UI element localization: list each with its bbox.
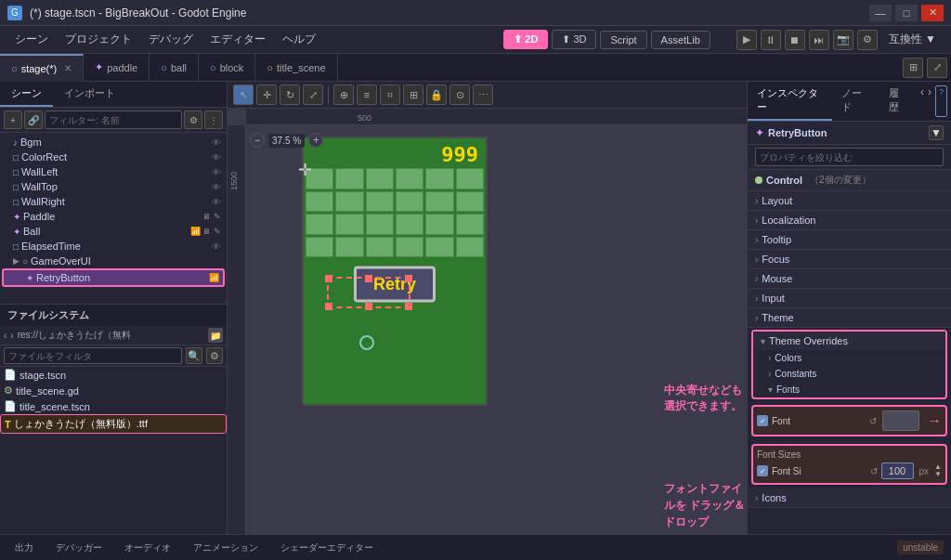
tab-title-scene[interactable]: ○ title_scene — [255, 54, 337, 82]
rotate-tool[interactable]: ↻ — [280, 85, 300, 105]
filter-search-icon[interactable]: 🔍 — [186, 347, 202, 364]
font-checkbox[interactable]: ✓ — [757, 415, 768, 426]
localization-header[interactable]: › Localization — [748, 211, 951, 229]
focus-header[interactable]: › Focus — [748, 250, 951, 268]
font-size-reset[interactable]: ↺ — [870, 466, 878, 476]
tab-paddle[interactable]: ✦ paddle — [84, 54, 150, 82]
walltop-visibility[interactable]: 👁 — [212, 182, 221, 192]
group-tool[interactable]: ⊙ — [449, 85, 470, 105]
node-wallleft[interactable]: □ WallLeft 👁 — [2, 164, 225, 179]
tooltip-header[interactable]: › Tooltip — [748, 230, 951, 249]
node-colorrect[interactable]: □ ColorRect 👁 — [2, 150, 225, 164]
file-font[interactable]: T しょかきうたげ（無料版）.ttf — [0, 414, 227, 434]
tab-import[interactable]: インポート — [53, 82, 126, 107]
file-title-gd[interactable]: ⚙ title_scene.gd — [0, 383, 227, 398]
colors-item[interactable]: › Colors — [753, 350, 945, 366]
pause-button[interactable]: ⏸ — [761, 30, 781, 50]
scene-more-button[interactable]: ⋮ — [204, 111, 223, 129]
inspector-doc[interactable]: ? — [935, 85, 947, 117]
menu-editor[interactable]: エディター — [202, 28, 273, 51]
mouse-header[interactable]: › Mouse — [748, 269, 951, 288]
handle-bm[interactable] — [365, 303, 372, 310]
scale-tool[interactable]: ⤢ — [303, 85, 323, 105]
filter-settings-icon[interactable]: ⚙ — [206, 347, 223, 364]
scene-search-input[interactable] — [45, 111, 182, 129]
handle-br[interactable] — [405, 303, 412, 310]
node-paddle[interactable]: ✦ Paddle 🖥 ✎ — [2, 209, 225, 224]
menu-help[interactable]: ヘルプ — [275, 28, 323, 51]
expand-icon[interactable]: ⤢ — [927, 58, 947, 78]
inspector-back[interactable]: ‹ — [920, 85, 924, 117]
gameoverui-expand[interactable]: ▶ — [13, 256, 20, 266]
bones-tool[interactable]: ≡ — [357, 85, 377, 105]
node-dropdown[interactable]: ▼ — [929, 125, 944, 140]
handle-tl[interactable] — [325, 275, 332, 282]
tab-node[interactable]: ノード — [832, 82, 879, 121]
file-filter-input[interactable] — [4, 347, 182, 364]
camera-button[interactable]: 📷 — [833, 30, 853, 50]
snap-tool[interactable]: ⌗ — [380, 85, 400, 105]
retry-button-viewport[interactable]: Retry — [354, 267, 436, 303]
node-elapsedtime[interactable]: □ ElapsedTime 👁 — [2, 239, 225, 254]
constants-item[interactable]: › Constants — [753, 366, 945, 382]
wallright-visibility[interactable]: 👁 — [212, 197, 221, 207]
input-header[interactable]: › Input — [748, 289, 951, 307]
scene-settings-button[interactable]: ⚙ — [184, 111, 202, 129]
rotate-handle[interactable] — [359, 335, 374, 350]
node-wallright[interactable]: □ WallRight 👁 — [2, 194, 225, 209]
node-ball[interactable]: ✦ Ball 📶 🖥 ✎ — [2, 224, 225, 239]
close-button[interactable]: ✕ — [921, 5, 944, 21]
zoom-minus[interactable]: − — [250, 133, 265, 148]
font-reset-btn[interactable]: ↺ — [869, 416, 877, 426]
mode-3d-button[interactable]: ⬆ 3D — [552, 30, 596, 49]
tab-inspector[interactable]: インスペクター — [748, 82, 832, 121]
font-size-spinner[interactable]: ▲ ▼ — [934, 463, 942, 478]
pivot-tool[interactable]: ⊕ — [333, 85, 354, 105]
bottom-tab-debugger[interactable]: デバッガー — [48, 539, 110, 557]
tab-scene[interactable]: シーン — [0, 82, 53, 107]
nav-forward[interactable]: › — [10, 331, 13, 341]
font-size-value[interactable]: 100 — [881, 462, 914, 479]
move-tool[interactable]: ✛ — [256, 85, 277, 105]
inspector-forward[interactable]: › — [928, 85, 931, 117]
lock-tool[interactable]: 🔒 — [426, 85, 447, 105]
add-node-button[interactable]: + — [4, 111, 22, 129]
more-tool[interactable]: ⋯ — [473, 85, 493, 105]
maximize-button[interactable]: □ — [895, 5, 918, 21]
settings-button[interactable]: ⚙ — [857, 30, 878, 50]
bgm-visibility[interactable]: 👁 — [212, 137, 221, 148]
colorrect-visibility[interactable]: 👁 — [212, 152, 221, 163]
tab-history[interactable]: 履歴 — [879, 82, 917, 121]
play-button[interactable]: ▶ — [736, 30, 757, 50]
bottom-tab-shader[interactable]: シェーダーエディター — [273, 539, 381, 557]
file-title-tscn[interactable]: 📄 title_scene.tscn — [0, 398, 227, 414]
node-walltop[interactable]: □ WallTop 👁 — [2, 179, 225, 194]
tab-ball[interactable]: ○ ball — [150, 54, 199, 82]
grid-tool[interactable]: ⊞ — [403, 85, 423, 105]
tab-block[interactable]: ○ block — [199, 54, 255, 82]
select-tool[interactable]: ↖ — [233, 85, 254, 105]
tab-stage[interactable]: ○ stage(*) ✕ — [0, 54, 84, 82]
link-button[interactable]: 🔗 — [24, 111, 43, 129]
step-button[interactable]: ⏭ — [809, 30, 829, 50]
bottom-tab-output[interactable]: 出力 — [7, 539, 41, 557]
nav-back[interactable]: ‹ — [4, 331, 7, 341]
bottom-tab-audio[interactable]: オーディオ — [117, 539, 178, 557]
tab-stage-close[interactable]: ✕ — [64, 63, 72, 73]
font-size-checkbox[interactable]: ✓ — [757, 465, 768, 476]
inspector-filter-input[interactable] — [755, 148, 944, 166]
menu-project[interactable]: プロジェクト — [58, 28, 139, 51]
mode-2d-button[interactable]: ⬆ 2D — [503, 30, 548, 49]
theme-overrides-header[interactable]: ▾ Theme Overrides — [753, 332, 945, 350]
file-stage[interactable]: 📄 stage.tscn — [0, 367, 227, 383]
bottom-tab-animation[interactable]: アニメーション — [186, 539, 266, 557]
handle-bl[interactable] — [325, 303, 332, 310]
mode-script-button[interactable]: Script — [600, 31, 646, 49]
theme-header[interactable]: › Theme — [748, 308, 951, 327]
stop-button[interactable]: ⏹ — [785, 30, 805, 50]
menu-scene[interactable]: シーン — [7, 28, 56, 51]
elapsed-visibility[interactable]: 👁 — [212, 241, 221, 252]
minimize-button[interactable]: — — [869, 5, 892, 21]
node-retrybutton[interactable]: ✦ RetryButton 📶 — [2, 268, 225, 287]
layout-icon[interactable]: ⊞ — [903, 58, 923, 78]
